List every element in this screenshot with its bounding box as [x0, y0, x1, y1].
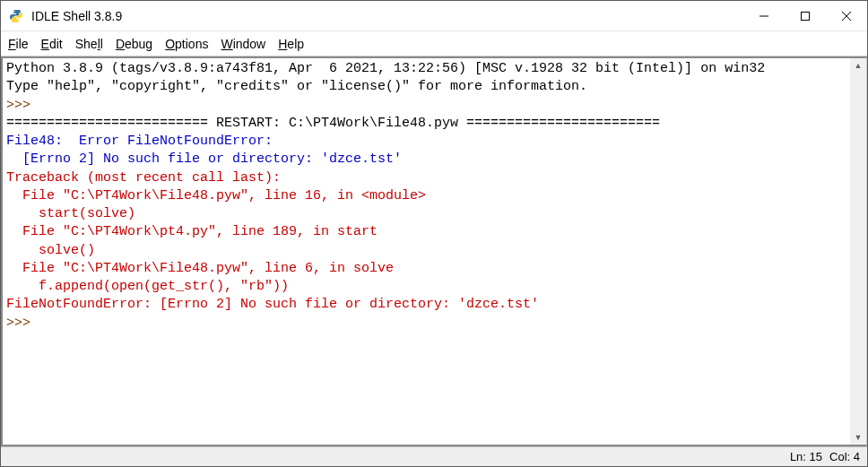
svg-rect-1 — [802, 12, 810, 20]
status-col: Col: 4 — [829, 450, 860, 463]
menu-debug[interactable]: Debug — [116, 37, 152, 51]
menu-edit[interactable]: Edit — [41, 37, 63, 51]
scroll-down-icon[interactable]: ▼ — [853, 432, 864, 443]
window-controls — [743, 1, 867, 30]
prompt: >>> — [6, 316, 39, 331]
minimize-button[interactable] — [743, 1, 785, 30]
banner-line: Python 3.8.9 (tags/v3.8.9:a743f81, Apr 6… — [6, 61, 765, 76]
traceback-location: File "C:\PT4Work\File48.pyw", line 16, i… — [6, 188, 426, 203]
vertical-scrollbar[interactable]: ▲ ▼ — [850, 58, 866, 445]
status-line: Ln: 15 — [790, 450, 822, 463]
traceback-location: File "C:\PT4Work\pt4.py", line 189, in s… — [6, 224, 378, 239]
menu-window[interactable]: Window — [221, 37, 265, 51]
menu-shell[interactable]: Shell — [75, 37, 103, 51]
task-error-header: File48: Error FileNotFoundError: — [6, 134, 273, 149]
titlebar: IDLE Shell 3.8.9 — [1, 1, 867, 31]
shell-content-area: Python 3.8.9 (tags/v3.8.9:a743f81, Apr 6… — [1, 56, 867, 446]
prompt: >>> — [6, 98, 39, 113]
menubar: File Edit Shell Debug Options Window Hel… — [1, 31, 867, 56]
menu-file[interactable]: File — [8, 37, 29, 51]
restart-line: ========================= RESTART: C:\PT… — [6, 116, 660, 131]
traceback-code: start(solve) — [6, 206, 135, 221]
statusbar: Ln: 15 Col: 4 — [1, 446, 867, 466]
traceback-code: f.append(open(get_str(), "rb")) — [6, 279, 289, 294]
final-error: FileNotFoundError: [Errno 2] No such fil… — [6, 297, 539, 312]
menu-options[interactable]: Options — [165, 37, 208, 51]
window-title: IDLE Shell 3.8.9 — [31, 9, 743, 23]
traceback-code: solve() — [6, 243, 95, 258]
task-error-msg: [Errno 2] No such file or directory: 'dz… — [6, 151, 402, 167]
maximize-button[interactable] — [785, 1, 826, 30]
shell-text[interactable]: Python 3.8.9 (tags/v3.8.9:a743f81, Apr 6… — [3, 58, 850, 445]
menu-help[interactable]: Help — [278, 37, 304, 51]
scroll-up-icon[interactable]: ▲ — [853, 60, 864, 71]
banner-line: Type "help", "copyright", "credits" or "… — [6, 79, 587, 94]
close-button[interactable] — [826, 1, 867, 30]
traceback-header: Traceback (most recent call last): — [6, 170, 281, 186]
traceback-location: File "C:\PT4Work\File48.pyw", line 6, in… — [6, 261, 394, 276]
python-idle-icon — [8, 8, 24, 24]
